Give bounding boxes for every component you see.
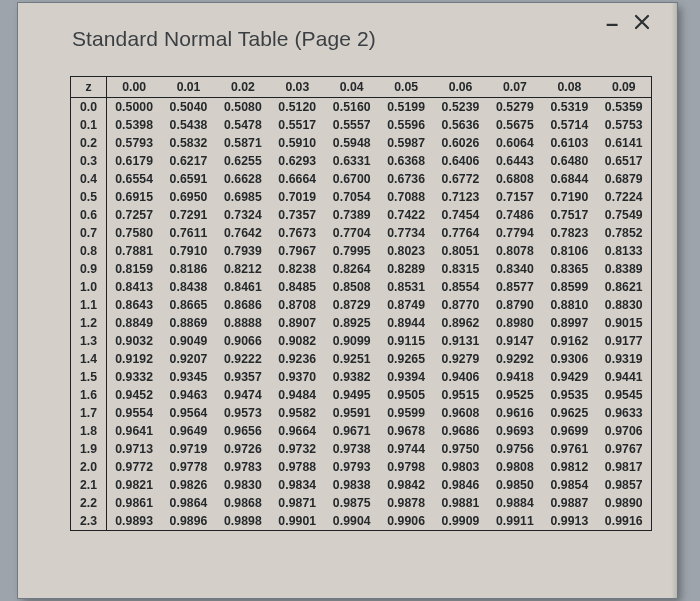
table-cell: 0.8508 [325, 278, 379, 296]
table-cell: 0.9608 [433, 404, 487, 422]
table-cell: 0.9066 [216, 332, 270, 350]
table-cell: 0.6517 [597, 152, 651, 170]
table-cell: 0.9177 [597, 332, 651, 350]
table-cell: 0.6064 [488, 134, 542, 152]
col-header-z: z [71, 77, 106, 98]
table-cell: 0.5160 [325, 98, 379, 117]
table-cell: 0.9909 [433, 512, 487, 530]
table-cell: 0.9738 [325, 440, 379, 458]
table-cell: 0.9871 [270, 494, 324, 512]
table-cell: 0.5040 [161, 98, 215, 117]
table-cell: 0.6255 [216, 152, 270, 170]
col-header: 0.04 [325, 77, 379, 98]
row-header: 1.8 [71, 422, 106, 440]
table-cell: 0.5319 [542, 98, 596, 117]
table-cell: 0.9803 [433, 458, 487, 476]
table-cell: 0.9896 [161, 512, 215, 530]
table-cell: 0.9893 [106, 512, 161, 530]
row-header: 0.6 [71, 206, 106, 224]
table-cell: 0.9826 [161, 476, 215, 494]
table-cell: 0.9015 [597, 314, 651, 332]
table-cell: 0.6844 [542, 170, 596, 188]
table-cell: 0.5636 [433, 116, 487, 134]
table-cell: 0.9830 [216, 476, 270, 494]
table-cell: 0.9370 [270, 368, 324, 386]
table-cell: 0.9641 [106, 422, 161, 440]
table-cell: 0.8980 [488, 314, 542, 332]
table-cell: 0.9686 [433, 422, 487, 440]
table-cell: 0.6772 [433, 170, 487, 188]
table-cell: 0.6179 [106, 152, 161, 170]
table-cell: 0.8389 [597, 260, 651, 278]
table-row: 1.60.94520.94630.94740.94840.94950.95050… [71, 386, 651, 404]
table-cell: 0.9911 [488, 512, 542, 530]
table-cell: 0.9418 [488, 368, 542, 386]
table-cell: 0.6026 [433, 134, 487, 152]
table-cell: 0.8944 [379, 314, 433, 332]
table-cell: 0.5675 [488, 116, 542, 134]
table-cell: 0.9082 [270, 332, 324, 350]
table-cell: 0.8577 [488, 278, 542, 296]
page-right-edge [671, 3, 677, 598]
table-cell: 0.9236 [270, 350, 324, 368]
table-cell: 0.9535 [542, 386, 596, 404]
table-cell: 0.7642 [216, 224, 270, 242]
table-cell: 0.9808 [488, 458, 542, 476]
table-row: 0.60.72570.72910.73240.73570.73890.74220… [71, 206, 651, 224]
table-cell: 0.6554 [106, 170, 161, 188]
table-cell: 0.8315 [433, 260, 487, 278]
table-cell: 0.5832 [161, 134, 215, 152]
table-cell: 0.9671 [325, 422, 379, 440]
table-row: 1.70.95540.95640.95730.95820.95910.95990… [71, 404, 651, 422]
table-cell: 0.9452 [106, 386, 161, 404]
table-cell: 0.9678 [379, 422, 433, 440]
table-cell: 0.7517 [542, 206, 596, 224]
table-cell: 0.9463 [161, 386, 215, 404]
table-cell: 0.8051 [433, 242, 487, 260]
col-header: 0.06 [433, 77, 487, 98]
table-cell: 0.9861 [106, 494, 161, 512]
table-cell: 0.7224 [597, 188, 651, 206]
table-row: 1.10.86430.86650.86860.87080.87290.87490… [71, 296, 651, 314]
table-cell: 0.9750 [433, 440, 487, 458]
table-cell: 0.6368 [379, 152, 433, 170]
table-cell: 0.9591 [325, 404, 379, 422]
table-cell: 0.7088 [379, 188, 433, 206]
table-cell: 0.9788 [270, 458, 324, 476]
table-cell: 0.8729 [325, 296, 379, 314]
col-header: 0.00 [106, 77, 161, 98]
table-cell: 0.5239 [433, 98, 487, 117]
close-button[interactable] [631, 13, 653, 35]
row-header: 2.2 [71, 494, 106, 512]
table-cell: 0.6217 [161, 152, 215, 170]
table-cell: 0.8461 [216, 278, 270, 296]
table-cell: 0.6443 [488, 152, 542, 170]
table-cell: 0.9904 [325, 512, 379, 530]
table-cell: 0.8888 [216, 314, 270, 332]
table-cell: 0.8078 [488, 242, 542, 260]
table-cell: 0.9599 [379, 404, 433, 422]
col-header: 0.09 [597, 77, 651, 98]
table-cell: 0.5987 [379, 134, 433, 152]
row-header: 0.5 [71, 188, 106, 206]
table-cell: 0.9265 [379, 350, 433, 368]
table-cell: 0.7764 [433, 224, 487, 242]
table-row: 0.70.75800.76110.76420.76730.77040.77340… [71, 224, 651, 242]
table-cell: 0.8849 [106, 314, 161, 332]
table-cell: 0.9049 [161, 332, 215, 350]
table-cell: 0.9881 [433, 494, 487, 512]
table-cell: 0.7054 [325, 188, 379, 206]
row-header: 0.8 [71, 242, 106, 260]
row-header: 2.0 [71, 458, 106, 476]
table-cell: 0.7995 [325, 242, 379, 260]
minimize-button[interactable]: – [603, 15, 621, 33]
table-cell: 0.9838 [325, 476, 379, 494]
normal-table: z0.000.010.020.030.040.050.060.070.080.0… [70, 76, 652, 531]
table-cell: 0.7580 [106, 224, 161, 242]
table-cell: 0.9406 [433, 368, 487, 386]
table-cell: 0.5517 [270, 116, 324, 134]
table-cell: 0.5398 [106, 116, 161, 134]
table-cell: 0.9564 [161, 404, 215, 422]
minimize-icon: – [606, 11, 618, 37]
table-cell: 0.9732 [270, 440, 324, 458]
